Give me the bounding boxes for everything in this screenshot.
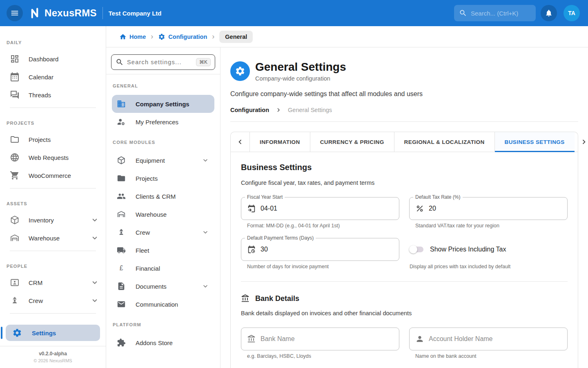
sidebar-item-inventory[interactable]: Inventory [0, 211, 106, 229]
sidebar-item-threads[interactable]: Threads [0, 86, 106, 104]
panel-heading: Business Settings [241, 163, 568, 172]
tab-regional-localization[interactable]: REGIONAL & LOCALIZATION [394, 132, 494, 152]
sub-breadcrumb: Configuration General Settings [230, 106, 578, 114]
settings-section-platform: PLATFORM [106, 313, 220, 334]
app-version: v0.2.0-alpha [6, 351, 100, 357]
sidebar-item-label: Warehouse [29, 235, 81, 242]
sidebar-item-warehouse[interactable]: Warehouse [0, 229, 106, 247]
settings-nav-item-projects[interactable]: Projects [112, 169, 214, 187]
payment-terms-input[interactable] [261, 246, 393, 253]
tab-information[interactable]: INFORMATION [249, 132, 310, 152]
notifications-button[interactable] [541, 5, 557, 21]
settings-nav-item-communication[interactable]: Communication [112, 295, 214, 313]
tabs-scroll-left-button[interactable] [231, 132, 249, 152]
chevron-down-icon[interactable] [90, 233, 99, 242]
crew-icon [117, 228, 126, 237]
sub-breadcrumb-parent[interactable]: Configuration [230, 107, 269, 113]
app-logo[interactable]: NexusRMS [29, 7, 97, 19]
sidebar-divider [10, 251, 96, 251]
payment-terms-field[interactable]: Default Payment Terms (Days) [241, 238, 399, 261]
folder-icon [10, 135, 20, 144]
settings-search-input[interactable] [127, 59, 193, 65]
sidebar-item-web-requests[interactable]: Web Requests [0, 148, 106, 166]
nexus-logo-icon [29, 7, 41, 19]
global-search[interactable] [454, 5, 536, 21]
field-label: Default Tax Rate (%) [413, 194, 463, 200]
svg-text:£: £ [120, 265, 123, 272]
settings-search-wrap: ⌘K [106, 47, 220, 74]
main-sidebar: DAILY Dashboard Calendar Threads PROJECT… [0, 26, 106, 368]
tax-rate-input[interactable] [429, 205, 561, 212]
hamburger-menu-button[interactable] [7, 5, 23, 21]
main-content: General Settings Company-wide configurat… [220, 47, 588, 368]
settings-nav-item-equipment[interactable]: Equipment [112, 151, 214, 169]
tab-bar: INFORMATION CURRENCY & PRICING REGIONAL … [231, 132, 578, 152]
bank-icon [241, 294, 250, 303]
sidebar-item-projects[interactable]: Projects [0, 130, 106, 148]
settings-nav-item-financial[interactable]: £ Financial [112, 259, 214, 277]
app-name: NexusRMS [45, 7, 97, 19]
sidebar-item-woocommerce[interactable]: WooCommerce [0, 166, 106, 184]
warehouse-icon [117, 210, 126, 219]
breadcrumb-configuration[interactable]: Configuration [158, 33, 207, 40]
pound-icon: £ [117, 264, 126, 273]
sidebar-item-label: Crew [29, 297, 81, 304]
payment-terms-field-group: Default Payment Terms (Days) Number of d… [241, 238, 399, 279]
bank-icon [247, 334, 256, 343]
field-label: Default Payment Terms (Days) [245, 235, 316, 241]
fiscal-year-field[interactable]: Fiscal Year Start [241, 197, 399, 220]
settings-nav-item-company-settings[interactable]: Company Settings [112, 95, 214, 113]
settings-nav-item-addons-store[interactable]: Addons Store [112, 334, 214, 352]
settings-nav-item-label: Financial [136, 265, 209, 272]
settings-nav-item-label: Crew [136, 229, 192, 236]
bank-details-subheading: Bank details displayed on invoices and o… [241, 310, 568, 316]
tax-rate-field[interactable]: Default Tax Rate (%) [409, 197, 568, 220]
chevron-right-icon [275, 106, 282, 114]
fiscal-year-input[interactable] [261, 205, 393, 212]
sidebar-item-settings[interactable]: Settings [6, 325, 100, 341]
settings-search[interactable]: ⌘K [111, 54, 215, 70]
settings-nav-item-crew[interactable]: Crew [112, 223, 214, 241]
account-holder-input[interactable] [429, 335, 561, 343]
settings-nav-item-documents[interactable]: Documents [112, 277, 214, 295]
breadcrumb-home[interactable]: Home [119, 33, 146, 40]
settings-nav-item-my-preferences[interactable]: My Preferences [112, 113, 214, 131]
topbar-divider [102, 7, 103, 19]
settings-nav-item-clients-crm[interactable]: Clients & CRM [112, 187, 214, 205]
sidebar-item-crew[interactable]: Crew [0, 292, 106, 310]
sidebar-item-dashboard[interactable]: Dashboard [0, 50, 106, 68]
sidebar-item-calendar[interactable]: Calendar [0, 68, 106, 86]
chevron-down-icon[interactable] [90, 215, 99, 224]
user-avatar[interactable]: TA [564, 5, 580, 21]
sidebar-item-crm[interactable]: CRM [0, 274, 106, 292]
box-icon [10, 215, 20, 225]
global-search-input[interactable] [471, 10, 531, 17]
tab-business-settings[interactable]: BUSINESS SETTINGS [494, 132, 575, 152]
field-helper: e.g. Barclays, HSBC, Lloyds [247, 353, 399, 359]
home-icon [119, 33, 127, 40]
bank-name-input[interactable] [261, 335, 393, 343]
gear-icon [235, 66, 245, 76]
panel-subheading: Configure fiscal year, tax rates, and pa… [241, 180, 568, 186]
chevron-down-icon[interactable] [201, 228, 209, 236]
breadcrumb: Home › Configuration › General [106, 26, 588, 47]
chevron-down-icon[interactable] [90, 278, 99, 287]
document-icon [117, 282, 126, 291]
chevron-down-icon[interactable] [201, 156, 209, 164]
account-holder-field[interactable] [409, 328, 568, 350]
breadcrumb-separator: › [212, 33, 214, 41]
settings-nav-item-warehouse[interactable]: Warehouse [112, 205, 214, 223]
bank-name-field[interactable] [241, 328, 399, 350]
sidebar-divider [10, 108, 96, 108]
chevron-down-icon[interactable] [90, 296, 99, 305]
envelope-icon [117, 300, 126, 309]
tab-currency-pricing[interactable]: CURRENCY & PRICING [310, 132, 394, 152]
chevron-down-icon[interactable] [201, 282, 209, 290]
settings-nav-item-fleet[interactable]: Fleet [112, 241, 214, 259]
tabs-scroll-right-button[interactable] [575, 132, 588, 152]
page-subtitle: Company-wide configuration [255, 75, 346, 82]
bank-details-title: Bank Details [255, 294, 299, 303]
show-prices-toggle[interactable] [409, 245, 424, 254]
dashboard-icon [10, 54, 20, 64]
sidebar-item-label: Settings [32, 330, 56, 337]
